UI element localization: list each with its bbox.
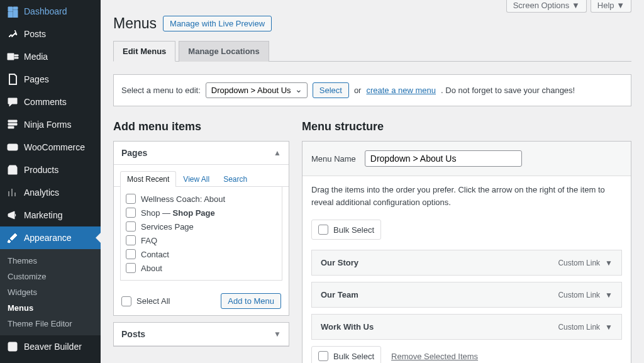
add-menu-items-heading: Add menu items [113, 120, 289, 133]
create-new-menu-link[interactable]: create a new menu [366, 86, 436, 95]
sidebar-item-label: WooCommerce [24, 142, 85, 152]
expand-icon: ▼ [274, 330, 281, 338]
select-menu-row: Select a menu to edit: Dropdown > About … [113, 74, 631, 106]
select-menu-button[interactable]: Select [313, 82, 349, 98]
comment-icon [6, 96, 19, 108]
menu-name-label: Menu Name [311, 154, 356, 164]
page-checkbox-item[interactable]: Contact [126, 247, 277, 261]
sidebar-item-label: Dashboard [24, 6, 67, 16]
pages-metabox-title: Pages [121, 148, 147, 158]
bulk-select-label-bottom: Bulk Select [333, 352, 374, 361]
select-all-label: Select All [136, 296, 170, 306]
sidebar-item-label: Analytics [24, 187, 59, 198]
sidebar-item-label: Products [24, 165, 58, 175]
svg-rect-1 [8, 342, 17, 351]
page-item-label: Services Page [141, 222, 194, 232]
menu-item-title: Our Team [321, 290, 358, 299]
select-menu-label: Select a menu to edit: [121, 86, 201, 95]
megaphone-icon [6, 209, 19, 221]
sidebar-item-pages[interactable]: Pages [0, 68, 101, 91]
bulk-select-top[interactable]: Bulk Select [311, 220, 381, 240]
sidebar-item-analytics[interactable]: Analytics [0, 181, 101, 204]
tab-manage-locations[interactable]: Manage Locations [179, 41, 269, 62]
menu-item-type: Custom Link ▼ [558, 259, 613, 267]
submenu-item-widgets[interactable]: Widgets [0, 284, 101, 300]
drag-instructions: Drag the items into the order you prefer… [303, 176, 631, 216]
product-icon [6, 164, 19, 176]
submenu-item-themes[interactable]: Themes [0, 253, 101, 269]
pin-icon [6, 28, 19, 40]
sidebar-item-label: Marketing [24, 210, 62, 220]
screen-meta: Screen Options ▼ Help ▼ [113, 0, 631, 13]
page-item-label: About [141, 264, 162, 273]
submenu-item-theme-file-editor[interactable]: Theme File Editor [0, 316, 101, 332]
inner-tab-most-recent[interactable]: Most Recent [120, 171, 176, 187]
sidebar-item-media[interactable]: Media [0, 45, 101, 68]
sidebar-item-label: Posts [24, 29, 46, 39]
inner-tab-view-all[interactable]: View All [176, 171, 216, 187]
woo-icon [6, 141, 19, 154]
sidebar-item-marketing[interactable]: Marketing [0, 204, 101, 226]
chart-icon [6, 186, 19, 199]
tab-edit-menus[interactable]: Edit Menus [113, 41, 175, 62]
page-checkbox-item[interactable]: Services Page [126, 220, 277, 233]
sidebar-item-label: Media [24, 52, 48, 62]
page-checkbox-item[interactable]: About [126, 261, 277, 275]
screen-options-button[interactable]: Screen Options ▼ [506, 0, 587, 13]
sidebar-item-label: Beaver Builder [24, 342, 82, 352]
sidebar-item-label: Appearance [24, 233, 72, 243]
dashboard-icon [6, 5, 19, 18]
inner-tab-search[interactable]: Search [216, 171, 254, 187]
chevron-down-icon[interactable]: ▼ [605, 291, 613, 299]
sidebar-item-appearance[interactable]: Appearance [0, 226, 101, 249]
posts-metabox: Posts ▼ [113, 322, 289, 347]
select-all-checkbox[interactable]: Select All [121, 294, 170, 308]
media-icon [6, 50, 19, 63]
menu-select-dropdown[interactable]: Dropdown > About Us [206, 82, 308, 98]
sidebar-item-label: Ninja Forms [24, 120, 71, 130]
add-to-menu-button[interactable]: Add to Menu [221, 293, 281, 309]
sidebar-item-label: Comments [24, 97, 67, 107]
page-item-label: Shop — Shop Page [141, 208, 215, 218]
chevron-down-icon[interactable]: ▼ [605, 259, 613, 267]
sidebar-item-beaver[interactable]: Beaver Builder [0, 335, 101, 358]
appearance-submenu: ThemesCustomizeWidgetsMenusTheme File Ed… [0, 249, 101, 335]
pages-metabox-toggle[interactable]: Pages ▲ [114, 142, 289, 165]
menu-name-input[interactable] [365, 150, 522, 167]
page-header: Menus Manage with Live Preview [113, 15, 631, 32]
page-checkbox-item[interactable]: Wellness Coach: About [126, 192, 277, 206]
sidebar-item-ninja[interactable]: Ninja Forms [0, 113, 101, 136]
sidebar-item-posts[interactable]: Posts [0, 23, 101, 45]
menu-structure-item[interactable]: Our TeamCustom Link ▼ [311, 282, 622, 308]
sidebar-item-woo[interactable]: WooCommerce [0, 136, 101, 159]
posts-metabox-toggle[interactable]: Posts ▼ [114, 323, 289, 346]
brush-icon [6, 232, 19, 244]
page-checkbox-item[interactable]: FAQ [126, 233, 277, 247]
page-icon [6, 73, 19, 86]
live-preview-button[interactable]: Manage with Live Preview [163, 16, 272, 31]
submenu-item-customize[interactable]: Customize [0, 269, 101, 284]
page-title: Menus [113, 15, 157, 32]
collapse-icon: ▲ [274, 148, 281, 157]
beaver-icon [6, 340, 19, 353]
menu-item-title: Our Story [321, 258, 358, 267]
bulk-select-bottom[interactable]: Bulk Select [311, 346, 381, 363]
page-item-label: Wellness Coach: About [141, 194, 225, 204]
save-reminder-text: . Do not forget to save your changes! [441, 86, 575, 95]
page-item-label: FAQ [141, 236, 157, 245]
nav-tabs: Edit MenusManage Locations [113, 41, 631, 62]
sidebar-item-products[interactable]: Products [0, 159, 101, 181]
remove-selected-link[interactable]: Remove Selected Items [391, 352, 478, 361]
page-checkbox-item[interactable]: Shop — Shop Page [126, 206, 277, 220]
menu-structure-item[interactable]: Work With UsCustom Link ▼ [311, 314, 622, 340]
menu-item-type: Custom Link ▼ [558, 291, 613, 299]
sidebar-item-dashboard[interactable]: Dashboard [0, 0, 101, 23]
help-button[interactable]: Help ▼ [591, 0, 631, 13]
submenu-item-menus[interactable]: Menus [0, 300, 101, 316]
menu-settings-panel: Menu Name Drag the items into the order … [302, 141, 631, 363]
form-icon [6, 118, 19, 131]
chevron-down-icon[interactable]: ▼ [605, 323, 613, 332]
page-item-label: Contact [141, 250, 169, 259]
menu-structure-item[interactable]: Our StoryCustom Link ▼ [311, 250, 622, 276]
sidebar-item-comments[interactable]: Comments [0, 91, 101, 113]
